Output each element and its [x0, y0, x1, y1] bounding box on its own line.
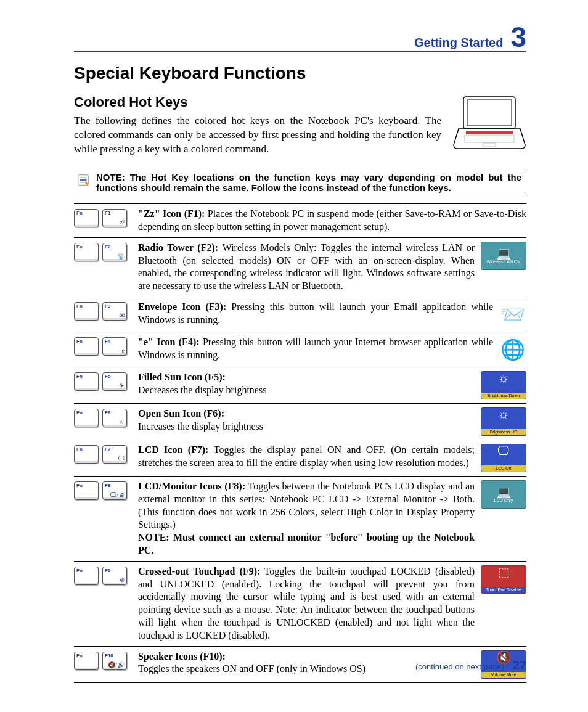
hotkey-title: "e" Icon (F4): — [138, 337, 203, 347]
hotkey-title: Envelope Icon (F3): — [138, 301, 231, 312]
intro-paragraph: The following defines the colored hot ke… — [74, 114, 441, 157]
hotkey-row: FnF6☼Open Sun Icon (F6):Increases the di… — [74, 404, 526, 440]
function-key-icon: F3✉ — [102, 302, 127, 321]
app-launch-icon: 🌐 — [499, 336, 526, 363]
hotkey-row: FnF4e"e" Icon (F4): Pressing this button… — [74, 332, 526, 367]
key-combo: FnF5☀ — [74, 371, 132, 391]
chapter-title: Getting Started — [414, 36, 503, 50]
hotkey-description: LCD Icon (F7): Toggles the display panel… — [138, 444, 475, 470]
app-launch-icon: 📨 — [499, 301, 526, 328]
hotkey-row: FnF8🖵/🖥LCD/Monitor Icons (F8): Toggles b… — [74, 477, 526, 562]
function-key-icon: F7🖵 — [102, 445, 127, 464]
subsection-heading: Colored Hot Keys — [74, 94, 441, 110]
chapter-number: 3 — [510, 25, 526, 50]
hotkey-row: FnF3✉Envelope Icon (F3): Pressing this b… — [74, 297, 526, 332]
function-key-icon: F2📡 — [102, 243, 127, 261]
hotkey-title: LCD Icon (F7): — [138, 444, 214, 455]
fn-key-icon: Fn — [74, 209, 99, 227]
hotkey-title: Crossed-out Touchpad (F9) — [138, 566, 257, 576]
hotkey-row: FnF7🖵LCD Icon (F7): Toggles the display … — [74, 440, 526, 477]
hotkey-body: : Toggles the built-in touchpad LOCKED (… — [138, 566, 475, 640]
function-key-icon: F8🖵/🖥 — [102, 481, 127, 500]
key-combo: FnF6☼ — [74, 407, 132, 427]
section-heading: Special Keyboard Functions — [74, 63, 526, 83]
hotkey-body: Toggles the speakers ON and OFF (only in… — [138, 663, 365, 674]
hotkey-row: FnF9⊘Crossed-out Touchpad (F9): Toggles … — [74, 562, 526, 647]
key-combo: FnF1z² — [74, 208, 132, 227]
note-icon — [76, 173, 90, 187]
continued-label: (continued on next page) — [415, 662, 504, 671]
key-combo: FnF3✉ — [74, 301, 132, 321]
function-key-icon: F5☀ — [102, 372, 127, 391]
osd-indicator-icon: 🖵LCD On — [481, 444, 526, 472]
fn-key-icon: Fn — [74, 372, 99, 391]
key-combo: FnF7🖵 — [74, 444, 132, 464]
hotkey-title: Radio Tower (F2): — [138, 242, 223, 253]
hotkey-body: Increases the display brightness — [138, 421, 263, 432]
osd-indicator-icon: 💻Wireless LAN ON — [481, 242, 526, 270]
hotkey-title: Filled Sun Icon (F5): — [138, 372, 226, 382]
hotkey-description: Envelope Icon (F3): Pressing this button… — [138, 301, 493, 327]
fn-key-icon: Fn — [74, 337, 99, 356]
hotkey-note: NOTE: Must connect an external monitor "… — [138, 532, 475, 555]
svg-rect-3 — [465, 135, 514, 142]
function-key-icon: F6☼ — [102, 409, 127, 427]
fn-key-icon: Fn — [74, 481, 99, 500]
fn-key-icon: Fn — [74, 445, 99, 464]
fn-key-icon: Fn — [74, 243, 99, 261]
function-key-icon: F1z² — [102, 209, 127, 227]
hotkey-body: Decreases the display brightness — [138, 385, 266, 395]
function-key-icon: F10🔇/🔊 — [102, 652, 127, 670]
hotkey-row: FnF5☀Filled Sun Icon (F5):Decreases the … — [74, 367, 526, 404]
hotkey-row: FnF1z²"Zz" Icon (F1): Places the Noteboo… — [74, 204, 526, 238]
function-key-icon: F4e — [102, 337, 127, 356]
hotkey-description: "e" Icon (F4): Pressing this button will… — [138, 336, 493, 362]
hotkey-title: Speaker Icons (F10): — [138, 651, 226, 661]
osd-indicator-icon: ☼Brightness UP — [481, 407, 526, 436]
fn-key-icon: Fn — [74, 652, 99, 670]
note-callout: NOTE: The Hot Key locations on the funct… — [74, 168, 526, 197]
hotkey-title: Open Sun Icon (F6): — [138, 408, 224, 419]
hotkey-description: Open Sun Icon (F6):Increases the display… — [138, 407, 475, 433]
fn-key-icon: Fn — [74, 567, 99, 585]
key-combo: FnF9⊘ — [74, 565, 132, 585]
hotkey-title: "Zz" Icon (F1): — [138, 208, 208, 219]
page-header: Getting Started 3 — [74, 25, 526, 52]
svg-rect-1 — [467, 100, 512, 126]
osd-indicator-icon: ⬚TouchPad Disable — [481, 565, 526, 594]
svg-rect-2 — [466, 131, 513, 134]
hotkey-title: LCD/Monitor Icons (F8): — [138, 481, 248, 491]
svg-rect-4 — [483, 143, 496, 147]
page-number: 27 — [513, 658, 526, 673]
key-combo: FnF2📡 — [74, 242, 132, 261]
hotkey-description: Filled Sun Icon (F5):Decreases the displ… — [138, 371, 475, 397]
laptop-illustration-icon — [452, 94, 526, 150]
hotkey-description: Radio Tower (F2): Wireless Models Only: … — [138, 242, 475, 293]
hotkey-description: Crossed-out Touchpad (F9): Toggles the b… — [138, 565, 475, 642]
function-key-icon: F9⊘ — [102, 567, 127, 585]
page-footer: (continued on next page) 27 — [415, 658, 526, 673]
note-text: NOTE: The Hot Key locations on the funct… — [96, 172, 521, 193]
hotkey-description: "Zz" Icon (F1): Places the Notebook PC i… — [138, 208, 526, 234]
fn-key-icon: Fn — [74, 409, 99, 427]
hotkey-row: FnF2📡Radio Tower (F2): Wireless Models O… — [74, 238, 526, 297]
osd-indicator-icon: ☼Brightness Down — [481, 371, 526, 399]
hotkey-description: LCD/Monitor Icons (F8): Toggles between … — [138, 480, 475, 557]
key-combo: FnF10🔇/🔊 — [74, 650, 132, 670]
key-combo: FnF4e — [74, 336, 132, 356]
osd-indicator-icon: 💻LCD Only — [481, 480, 526, 509]
key-combo: FnF8🖵/🖥 — [74, 480, 132, 500]
fn-key-icon: Fn — [74, 302, 99, 321]
hotkey-table: FnF1z²"Zz" Icon (F1): Places the Noteboo… — [74, 203, 526, 682]
